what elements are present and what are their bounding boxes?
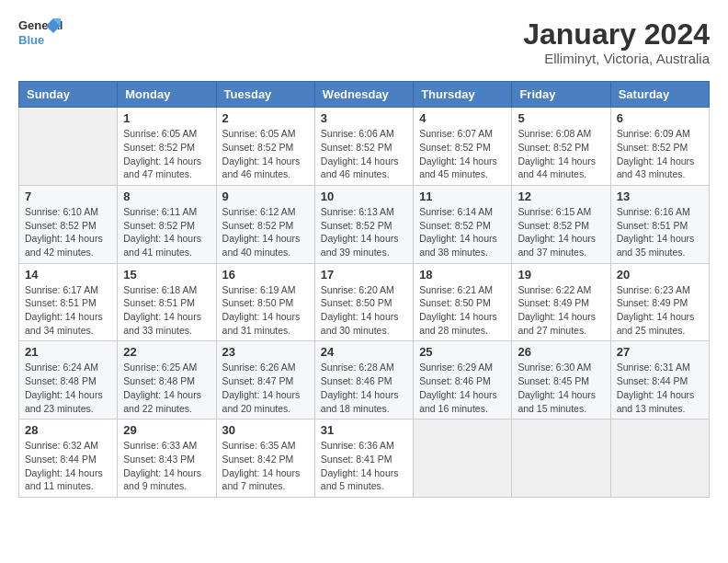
calendar-cell: 11 Sunrise: 6:14 AMSunset: 8:52 PMDaylig…: [414, 185, 512, 263]
day-info: Sunrise: 6:13 AMSunset: 8:52 PMDaylight:…: [321, 205, 407, 259]
calendar-week-4: 21 Sunrise: 6:24 AMSunset: 8:48 PMDaylig…: [19, 341, 710, 419]
col-sunday: Sunday: [19, 82, 118, 108]
col-monday: Monday: [118, 82, 216, 108]
calendar-week-1: 1 Sunrise: 6:05 AMSunset: 8:52 PMDayligh…: [19, 108, 710, 186]
day-number: 28: [25, 423, 111, 437]
day-number: 2: [222, 111, 309, 125]
calendar-cell: 25 Sunrise: 6:29 AMSunset: 8:46 PMDaylig…: [414, 341, 512, 419]
day-info: Sunrise: 6:07 AMSunset: 8:52 PMDaylight:…: [419, 127, 506, 181]
logo: General Blue: [18, 18, 57, 52]
calendar-cell: [414, 419, 512, 498]
calendar-week-2: 7 Sunrise: 6:10 AMSunset: 8:52 PMDayligh…: [19, 185, 710, 263]
calendar-cell: 8 Sunrise: 6:11 AMSunset: 8:52 PMDayligh…: [118, 185, 216, 263]
day-info: Sunrise: 6:23 AMSunset: 8:49 PMDaylight:…: [617, 283, 703, 338]
day-number: 18: [419, 268, 506, 282]
day-number: 7: [25, 190, 111, 203]
day-info: Sunrise: 6:14 AMSunset: 8:52 PMDaylight:…: [419, 205, 506, 259]
calendar-cell: 17 Sunrise: 6:20 AMSunset: 8:50 PMDaylig…: [314, 263, 413, 341]
title-block: January 2024 Elliminyt, Victoria, Austra…: [523, 18, 710, 66]
day-info: Sunrise: 6:33 AMSunset: 8:43 PMDaylight:…: [123, 439, 210, 493]
day-info: Sunrise: 6:28 AMSunset: 8:46 PMDaylight:…: [321, 361, 407, 415]
day-number: 5: [518, 111, 604, 125]
day-info: Sunrise: 6:29 AMSunset: 8:46 PMDaylight:…: [419, 361, 506, 415]
calendar-cell: [19, 108, 118, 186]
calendar-cell: 5 Sunrise: 6:08 AMSunset: 8:52 PMDayligh…: [512, 108, 610, 186]
calendar-cell: 1 Sunrise: 6:05 AMSunset: 8:52 PMDayligh…: [118, 108, 216, 186]
day-info: Sunrise: 6:26 AMSunset: 8:47 PMDaylight:…: [222, 361, 309, 415]
calendar-cell: 14 Sunrise: 6:17 AMSunset: 8:51 PMDaylig…: [19, 263, 118, 341]
day-info: Sunrise: 6:15 AMSunset: 8:52 PMDaylight:…: [518, 205, 604, 259]
day-number: 11: [419, 190, 506, 203]
calendar-cell: 2 Sunrise: 6:05 AMSunset: 8:52 PMDayligh…: [216, 108, 314, 186]
calendar-week-3: 14 Sunrise: 6:17 AMSunset: 8:51 PMDaylig…: [19, 263, 710, 341]
day-number: 9: [222, 190, 309, 203]
calendar-cell: 10 Sunrise: 6:13 AMSunset: 8:52 PMDaylig…: [314, 185, 413, 263]
day-info: Sunrise: 6:05 AMSunset: 8:52 PMDaylight:…: [222, 127, 309, 181]
calendar-cell: 13 Sunrise: 6:16 AMSunset: 8:51 PMDaylig…: [610, 185, 709, 263]
page-subtitle: Elliminyt, Victoria, Australia: [523, 51, 710, 66]
calendar-cell: 23 Sunrise: 6:26 AMSunset: 8:47 PMDaylig…: [216, 341, 314, 419]
day-info: Sunrise: 6:17 AMSunset: 8:51 PMDaylight:…: [25, 283, 111, 338]
calendar-cell: 22 Sunrise: 6:25 AMSunset: 8:48 PMDaylig…: [118, 341, 216, 419]
day-number: 1: [123, 111, 210, 125]
calendar-cell: 4 Sunrise: 6:07 AMSunset: 8:52 PMDayligh…: [414, 108, 512, 186]
day-info: Sunrise: 6:24 AMSunset: 8:48 PMDaylight:…: [25, 361, 111, 415]
day-info: Sunrise: 6:30 AMSunset: 8:45 PMDaylight:…: [518, 361, 604, 415]
calendar-cell: 6 Sunrise: 6:09 AMSunset: 8:52 PMDayligh…: [610, 108, 709, 186]
page-header: General Blue January 2024 Elliminyt, Vic…: [18, 18, 710, 66]
day-info: Sunrise: 6:16 AMSunset: 8:51 PMDaylight:…: [617, 205, 703, 259]
day-info: Sunrise: 6:31 AMSunset: 8:44 PMDaylight:…: [617, 361, 703, 415]
calendar-cell: 21 Sunrise: 6:24 AMSunset: 8:48 PMDaylig…: [19, 341, 118, 419]
day-number: 12: [518, 190, 604, 203]
day-info: Sunrise: 6:20 AMSunset: 8:50 PMDaylight:…: [321, 283, 407, 338]
calendar-cell: 16 Sunrise: 6:19 AMSunset: 8:50 PMDaylig…: [216, 263, 314, 341]
day-info: Sunrise: 6:11 AMSunset: 8:52 PMDaylight:…: [123, 205, 210, 259]
calendar-cell: 28 Sunrise: 6:32 AMSunset: 8:44 PMDaylig…: [19, 419, 118, 498]
calendar-cell: 20 Sunrise: 6:23 AMSunset: 8:49 PMDaylig…: [610, 263, 709, 341]
day-info: Sunrise: 6:32 AMSunset: 8:44 PMDaylight:…: [25, 439, 111, 493]
calendar-cell: 12 Sunrise: 6:15 AMSunset: 8:52 PMDaylig…: [512, 185, 610, 263]
calendar-cell: 31 Sunrise: 6:36 AMSunset: 8:41 PMDaylig…: [314, 419, 413, 498]
day-info: Sunrise: 6:18 AMSunset: 8:51 PMDaylight:…: [123, 283, 210, 338]
day-info: Sunrise: 6:10 AMSunset: 8:52 PMDaylight:…: [25, 205, 111, 259]
calendar-cell: 24 Sunrise: 6:28 AMSunset: 8:46 PMDaylig…: [314, 341, 413, 419]
day-info: Sunrise: 6:06 AMSunset: 8:52 PMDaylight:…: [321, 127, 407, 181]
calendar-week-5: 28 Sunrise: 6:32 AMSunset: 8:44 PMDaylig…: [19, 419, 710, 498]
calendar-cell: 30 Sunrise: 6:35 AMSunset: 8:42 PMDaylig…: [216, 419, 314, 498]
day-info: Sunrise: 6:35 AMSunset: 8:42 PMDaylight:…: [222, 439, 309, 493]
day-info: Sunrise: 6:19 AMSunset: 8:50 PMDaylight:…: [222, 283, 309, 338]
day-number: 23: [222, 345, 309, 359]
day-info: Sunrise: 6:09 AMSunset: 8:52 PMDaylight:…: [617, 127, 703, 181]
col-wednesday: Wednesday: [314, 82, 413, 108]
calendar-table: Sunday Monday Tuesday Wednesday Thursday…: [18, 81, 710, 498]
calendar-cell: 18 Sunrise: 6:21 AMSunset: 8:50 PMDaylig…: [414, 263, 512, 341]
day-info: Sunrise: 6:36 AMSunset: 8:41 PMDaylight:…: [321, 439, 407, 493]
day-number: 30: [222, 423, 309, 437]
day-info: Sunrise: 6:25 AMSunset: 8:48 PMDaylight:…: [123, 361, 210, 415]
day-number: 24: [321, 345, 407, 359]
day-number: 26: [518, 345, 604, 359]
calendar-cell: [610, 419, 709, 498]
day-number: 8: [123, 190, 210, 203]
calendar-cell: 19 Sunrise: 6:22 AMSunset: 8:49 PMDaylig…: [512, 263, 610, 341]
col-saturday: Saturday: [610, 82, 709, 108]
day-number: 4: [419, 111, 506, 125]
day-info: Sunrise: 6:22 AMSunset: 8:49 PMDaylight:…: [518, 283, 604, 338]
calendar-cell: 3 Sunrise: 6:06 AMSunset: 8:52 PMDayligh…: [314, 108, 413, 186]
day-number: 22: [123, 345, 210, 359]
col-tuesday: Tuesday: [216, 82, 314, 108]
calendar-cell: 7 Sunrise: 6:10 AMSunset: 8:52 PMDayligh…: [19, 185, 118, 263]
col-thursday: Thursday: [414, 82, 512, 108]
calendar-cell: 26 Sunrise: 6:30 AMSunset: 8:45 PMDaylig…: [512, 341, 610, 419]
day-number: 20: [617, 268, 703, 282]
calendar-header-row: Sunday Monday Tuesday Wednesday Thursday…: [19, 82, 710, 108]
day-number: 10: [321, 190, 407, 203]
day-number: 25: [419, 345, 506, 359]
day-number: 29: [123, 423, 210, 437]
day-info: Sunrise: 6:12 AMSunset: 8:52 PMDaylight:…: [222, 205, 309, 259]
calendar-cell: [512, 419, 610, 498]
day-number: 17: [321, 268, 407, 282]
page-title: January 2024: [523, 18, 710, 51]
day-number: 27: [617, 345, 703, 359]
day-info: Sunrise: 6:08 AMSunset: 8:52 PMDaylight:…: [518, 127, 604, 181]
